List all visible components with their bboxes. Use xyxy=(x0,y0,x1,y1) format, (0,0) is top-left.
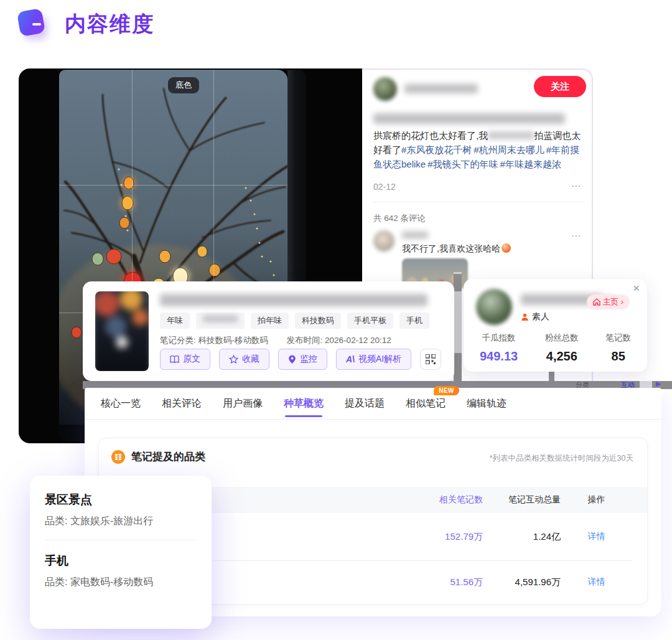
divider xyxy=(45,540,197,540)
category-highlight-popup: 景区景点 品类: 文旅娱乐-旅游出行 手机 品类: 家电数码-移动数码 xyxy=(30,476,212,629)
header-related-notes[interactable]: 相关笔记数 xyxy=(377,494,483,506)
content-dimension-page: 内容维度 xyxy=(0,0,672,640)
category-item-detail: 品类: 文旅娱乐-旅游出行 xyxy=(45,515,197,528)
ai-icon: A\ xyxy=(346,354,355,364)
note-meta: 笔记分类: 科技数码-移动数码 发布时间: 2026-02-12 20:12 xyxy=(160,335,391,346)
post-body-text: 拱宸桥的花灯也太好看了,我拍蓝调也太好看了#东风夜放花千树#杭州周末去哪儿#年前… xyxy=(373,129,585,172)
post-author-avatar[interactable] xyxy=(373,77,397,101)
header-interactions: 笔记互动总量 xyxy=(483,494,561,506)
note-tag[interactable]: 手机平板 xyxy=(347,313,393,329)
close-icon[interactable]: × xyxy=(633,281,640,295)
favorite-button[interactable]: 收藏 xyxy=(219,349,269,370)
post-body-prefix: 拱宸桥的花灯也太好看了,我 xyxy=(373,130,488,141)
profile-stats: 千瓜指数 949.13 粉丝总数 4,256 笔记数 85 xyxy=(464,332,647,364)
hashtag-link[interactable]: #东风夜放花千树 xyxy=(401,144,472,155)
location-pin-icon xyxy=(288,355,296,364)
profile-avatar[interactable] xyxy=(476,289,512,325)
chevron-right-icon: › xyxy=(621,298,623,306)
tab-mentioned-topics[interactable]: 提及话题 xyxy=(343,388,386,419)
qr-code-button[interactable] xyxy=(420,349,441,370)
qr-code-icon xyxy=(426,354,436,364)
comment-author-name-redacted xyxy=(402,232,428,238)
follow-button[interactable]: 关注 xyxy=(534,76,586,97)
category-list-icon xyxy=(111,450,125,464)
crying-laughing-emoji xyxy=(502,243,511,253)
tab-related-comments[interactable]: 相关评论 xyxy=(161,388,203,419)
photo-sticker-label: 底色 xyxy=(168,77,199,93)
hashtag-link[interactable]: #我镜头下的年味 xyxy=(427,159,498,169)
new-badge: NEW xyxy=(434,386,459,395)
hashtag-link[interactable]: #杭州周末去哪儿 xyxy=(474,144,544,155)
tab-seeding-overview[interactable]: 种草概览 xyxy=(282,388,325,419)
note-title-redacted xyxy=(160,294,427,306)
star-icon xyxy=(229,355,238,364)
person-icon xyxy=(521,313,529,321)
publish-time-value: 2026-02-12 20:12 xyxy=(325,336,391,345)
note-tag[interactable]: 科技数码 xyxy=(295,313,341,329)
interactions-value: 4,591.96万 xyxy=(483,576,561,588)
page-title: 内容维度 xyxy=(65,10,154,39)
divider xyxy=(373,202,585,202)
creator-level-badge: 素人 xyxy=(521,311,549,322)
comment-author-avatar[interactable] xyxy=(373,230,394,252)
note-category-value: 科技数码-移动数码 xyxy=(198,336,269,345)
background-play-icon: ▶ xyxy=(656,380,661,388)
note-tag[interactable]: 拍年味 xyxy=(251,313,289,329)
comments-count: 共 642 条评论 xyxy=(373,213,426,224)
section-title: 笔记提及的品类 xyxy=(131,449,205,464)
note-tag-redacted[interactable] xyxy=(196,313,245,329)
stat-qiangua-index: 千瓜指数 949.13 xyxy=(480,332,518,364)
note-actions: 原文 收藏 监控 A\ 视频AI解析 xyxy=(160,349,441,370)
detail-link[interactable]: 详情 xyxy=(561,531,632,542)
comment-text: 我不行了,我喜欢这张哈哈 xyxy=(402,243,511,255)
author-profile-card: × 主页 › 素人 千瓜指数 949.13 粉丝总数 4,256 笔记数 85 xyxy=(464,279,647,372)
tab-core-overview[interactable]: 核心一览 xyxy=(100,388,142,419)
analytics-tabs: 核心一览 相关评论 用户画像 种草概览 提及话题 相似笔记NEW 编辑轨迹 xyxy=(100,388,508,419)
note-cover-thumbnail[interactable] xyxy=(95,291,149,371)
stat-followers: 粉丝总数 4,256 xyxy=(545,332,579,364)
content-cards-icon xyxy=(17,9,49,40)
background-scrollbar[interactable] xyxy=(454,272,462,382)
book-icon xyxy=(170,355,179,364)
header-action: 操作 xyxy=(561,494,632,506)
post-more-icon[interactable]: ⋯ xyxy=(571,181,582,192)
category-item-name: 景区景点 xyxy=(45,492,197,508)
section-note: *列表中品类相关数据统计时间段为近30天 xyxy=(490,453,633,464)
hashtag-link[interactable]: #年味越来越浓 xyxy=(500,159,561,169)
background-scrollbar-stub xyxy=(549,371,554,381)
related-notes-value[interactable]: 152.79万 xyxy=(377,531,483,543)
tab-user-portrait[interactable]: 用户画像 xyxy=(222,388,264,419)
video-ai-analysis-button[interactable]: A\ 视频AI解析 xyxy=(336,349,411,370)
monitor-button[interactable]: 监控 xyxy=(278,349,327,370)
tab-edit-track[interactable]: 编辑轨迹 xyxy=(465,388,508,419)
note-tags: 年味 拍年味 科技数码 手机平板 手机 xyxy=(160,313,429,329)
publish-time-label: 发布时间: xyxy=(287,336,323,345)
interactions-value: 1.24亿 xyxy=(483,531,561,543)
tab-similar-notes[interactable]: 相似笔记NEW xyxy=(404,388,447,419)
original-link-button[interactable]: 原文 xyxy=(160,349,210,370)
note-info-card: 年味 拍年味 科技数码 手机平板 手机 笔记分类: 科技数码-移动数码 发布时间… xyxy=(83,281,454,381)
post-title-redacted xyxy=(373,113,565,124)
stat-notes-count: 笔记数 85 xyxy=(605,332,631,364)
home-icon xyxy=(593,298,600,306)
divider xyxy=(85,419,661,420)
related-notes-value[interactable]: 51.56万 xyxy=(377,576,483,588)
category-item-name: 手机 xyxy=(45,553,197,569)
post-date: 02-12 xyxy=(373,182,396,192)
post-body-redacted xyxy=(488,131,534,139)
post-author-name-redacted xyxy=(404,84,478,93)
note-category-label: 笔记分类: xyxy=(160,336,196,345)
note-tag[interactable]: 手机 xyxy=(399,313,429,329)
detail-link[interactable]: 详情 xyxy=(561,576,632,588)
note-tag[interactable]: 年味 xyxy=(160,313,190,329)
category-item-detail: 品类: 家电数码-移动数码 xyxy=(45,576,197,589)
home-page-link[interactable]: 主页 › xyxy=(587,294,630,309)
page-header: 内容维度 xyxy=(17,9,154,40)
comment-more-icon[interactable]: ⋯ xyxy=(571,230,582,242)
